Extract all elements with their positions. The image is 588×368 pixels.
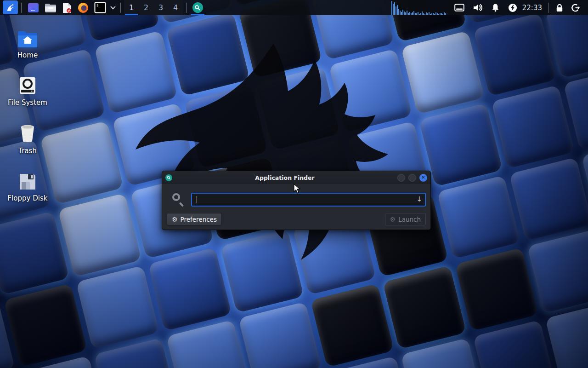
cpu-graph[interactable]: [391, 0, 447, 15]
terminal-dropdown-chevron-icon: [110, 6, 116, 10]
lock-screen-button[interactable]: [555, 3, 564, 12]
desktop-icon-floppy[interactable]: Floppy Disk: [0, 169, 55, 202]
terminal-dropdown-button[interactable]: [109, 0, 117, 15]
workspace-label: 4: [173, 3, 178, 12]
gear-icon: ⚙: [172, 216, 178, 223]
filesystem-drive-icon: [0, 74, 55, 95]
panel-clock[interactable]: 22:33: [522, 4, 542, 12]
text-editor-icon: [62, 2, 72, 13]
notifications-bell-icon: [491, 3, 500, 12]
workspace-label: 1: [129, 3, 134, 12]
launch-button-label: Launch: [398, 216, 421, 223]
desktop-icon-trash[interactable]: Trash: [0, 122, 55, 155]
terminal-icon: $_: [94, 2, 106, 13]
firefox-icon: [78, 2, 89, 13]
search-input[interactable]: [191, 193, 426, 207]
search-icon: [171, 192, 185, 207]
applications-menu-button[interactable]: [3, 0, 18, 14]
volume-icon: [473, 3, 483, 12]
notifications-tray-button[interactable]: [491, 3, 500, 12]
home-folder-icon: [0, 26, 55, 47]
mouse-cursor: [293, 184, 302, 194]
taskbar-application-finder-button[interactable]: [190, 0, 205, 15]
close-button[interactable]: ✕: [419, 174, 427, 182]
kali-dragon-silhouette: [117, 30, 430, 269]
panel-separator: [186, 3, 187, 13]
application-finder-window: Application Finder ✕ ↓ ⚙ Preferences ⚙ L…: [162, 171, 431, 230]
panel-separator: [120, 3, 121, 13]
workspace-switcher: 1234: [124, 0, 183, 15]
titlebar[interactable]: Application Finder ✕: [162, 171, 430, 184]
active-task-underline: [191, 14, 204, 15]
workspace-label: 3: [158, 3, 163, 12]
desktop-icon-label: Floppy Disk: [0, 194, 55, 202]
workspace-label: 2: [144, 3, 148, 12]
button-row: ⚙ Preferences ⚙ Launch: [162, 207, 430, 230]
dashboard-launcher[interactable]: [25, 0, 42, 15]
display-tray-button[interactable]: [454, 4, 464, 12]
file-manager-icon: [45, 3, 57, 13]
firefox-launcher[interactable]: [75, 0, 91, 15]
preferences-button[interactable]: ⚙ Preferences: [167, 213, 222, 225]
kali-menu-icon: [5, 2, 16, 13]
svg-text:$_: $_: [96, 4, 101, 7]
power-icon: [508, 3, 517, 12]
workspace-button-1[interactable]: 1: [124, 0, 139, 15]
text-caret: [197, 196, 197, 203]
dashboard-icon: [28, 3, 39, 13]
window-title: Application Finder: [172, 174, 397, 181]
preferences-button-label: Preferences: [181, 216, 217, 223]
minimize-button[interactable]: [397, 174, 405, 182]
logout-button[interactable]: [571, 3, 581, 12]
desktop-icon-label: Home: [0, 51, 55, 59]
lock-icon: [555, 3, 564, 12]
workspace-button-3[interactable]: 3: [153, 0, 168, 15]
text-editor-launcher[interactable]: [59, 0, 75, 15]
panel-separator: [548, 3, 548, 13]
active-workspace-underline: [125, 14, 138, 15]
application-finder-window-icon: [165, 174, 172, 181]
workspace-button-4[interactable]: 4: [168, 0, 183, 15]
floppy-disk-icon: [0, 169, 55, 190]
file-manager-launcher[interactable]: [42, 0, 59, 15]
logout-icon: [571, 3, 581, 12]
maximize-button[interactable]: [408, 174, 416, 182]
terminal-launcher[interactable]: $_: [91, 0, 109, 15]
panel-separator: [21, 3, 22, 13]
desktop-icon-home[interactable]: Home: [0, 26, 55, 59]
launch-button[interactable]: ⚙ Launch: [385, 213, 426, 225]
workspace-button-2[interactable]: 2: [139, 0, 153, 15]
top-panel: $_ 1234: [0, 0, 588, 15]
desktop-icon-filesystem[interactable]: File System: [0, 74, 55, 107]
desktop-icon-label: Trash: [0, 147, 55, 155]
application-finder-icon: [192, 2, 203, 13]
desktop-icon-label: File System: [0, 98, 55, 107]
volume-tray-button[interactable]: [473, 3, 483, 12]
launch-icon: ⚙: [390, 216, 396, 223]
power-tray-button[interactable]: [508, 3, 517, 12]
dropdown-arrow-icon[interactable]: ↓: [416, 195, 422, 203]
trash-icon: [0, 122, 55, 143]
display-icon: [454, 4, 464, 12]
